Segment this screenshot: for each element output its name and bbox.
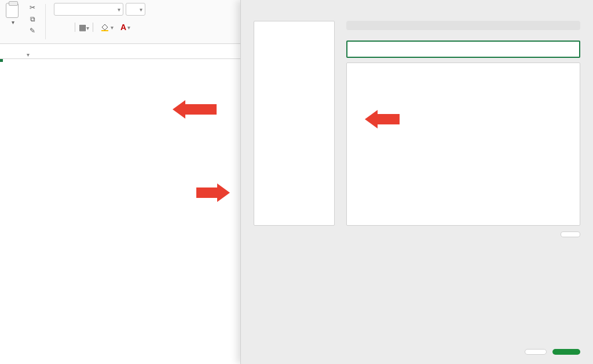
sample-box — [346, 21, 580, 30]
font-size-combo[interactable]: ▾ — [126, 3, 145, 16]
ok-button[interactable] — [552, 349, 580, 355]
format-painter-icon[interactable]: ✎ — [28, 26, 37, 35]
clipboard-icon — [6, 3, 19, 18]
selection-overlay — [0, 59, 2, 61]
font-name-combo[interactable]: ▾ — [54, 3, 123, 16]
cancel-button[interactable] — [525, 349, 547, 355]
chevron-down-icon: ▾ — [140, 6, 142, 13]
category-listbox[interactable] — [254, 21, 335, 226]
dialog-title — [241, 0, 593, 9]
font-color-button[interactable]: A ▾ — [120, 23, 130, 32]
chevron-down-icon: ▾ — [118, 6, 120, 13]
svg-rect-0 — [101, 30, 108, 31]
fill-handle[interactable] — [0, 59, 3, 62]
chevron-down-icon: ▾ — [12, 19, 14, 25]
cut-icon[interactable]: ✂ — [28, 3, 37, 12]
paste-button[interactable]: ▾ — [6, 3, 19, 25]
borders-button[interactable]: ▦▾ — [75, 23, 93, 32]
format-cells-dialog — [240, 0, 593, 364]
paint-bucket-icon — [100, 23, 109, 32]
delete-button[interactable] — [561, 231, 580, 237]
chevron-down-icon: ▾ — [27, 52, 30, 58]
format-codes-listbox[interactable] — [346, 62, 580, 226]
fill-color-button[interactable]: ▾ — [100, 23, 114, 32]
type-input[interactable] — [346, 41, 580, 58]
copy-icon[interactable]: ⧉ — [28, 14, 37, 24]
